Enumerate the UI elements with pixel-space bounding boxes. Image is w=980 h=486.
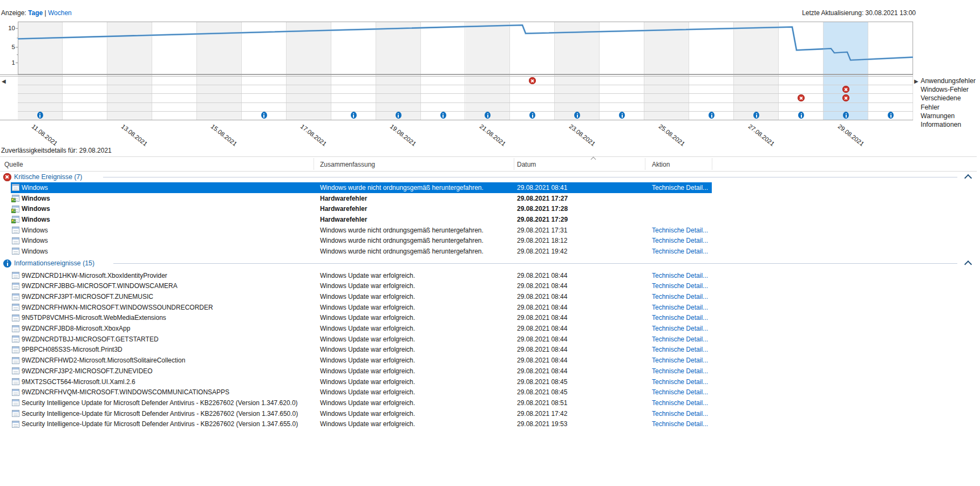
application-window-icon — [12, 227, 19, 234]
legend-row-label: Informationen — [921, 120, 980, 129]
critical-event-marker-icon[interactable] — [529, 77, 536, 84]
event-source: Windows — [22, 248, 48, 255]
technical-details-link[interactable]: Technische Detail... — [652, 346, 708, 353]
chart-row-legend: AnwendungsfehlerWindows-FehlerVerschiede… — [921, 77, 980, 129]
event-row[interactable]: 9MXT2SGCT564-Microsoft.UI.Xaml.2.6Window… — [0, 377, 977, 387]
event-row[interactable]: WindowsWindows wurde nicht ordnungsgemäß… — [0, 246, 977, 257]
technical-details-link[interactable]: Technische Detail... — [652, 378, 708, 386]
event-row[interactable]: Security Intelligence Update for Microso… — [0, 398, 977, 408]
technical-details-link[interactable]: Technische Detail... — [652, 248, 708, 255]
collapse-group-chevron-icon[interactable] — [964, 174, 972, 182]
critical-event-marker-icon[interactable] — [842, 94, 849, 101]
event-summary: Windows Update war erfolgreich. — [320, 314, 415, 321]
chart-grid-divider — [0, 74, 913, 75]
event-source: Windows — [22, 216, 50, 223]
column-header-datum[interactable]: Datum — [517, 161, 536, 168]
event-source: Windows — [22, 184, 48, 191]
event-row[interactable]: 9PBPCH085S3S-Microsoft.Print3DWindows Up… — [0, 345, 977, 355]
critical-event-marker-icon[interactable] — [842, 86, 849, 93]
event-row[interactable]: 9WZDNCRFHVQM-MICROSOFT.WINDOWSCOMMUNICAT… — [0, 387, 977, 398]
event-row[interactable]: 9WZDNCRFHWD2-Microsoft.MicrosoftSolitair… — [0, 355, 977, 366]
application-window-icon — [12, 248, 19, 255]
technical-details-link[interactable]: Technische Detail... — [652, 304, 708, 311]
event-summary: Windows wurde nicht ordnungsgemäß herunt… — [320, 248, 484, 255]
details-section-title: Zuverlässigkeitsdetails für: 29.08.2021 — [1, 147, 112, 154]
column-header-quelle[interactable]: Quelle — [4, 161, 23, 168]
application-window-icon — [12, 367, 19, 374]
technical-details-link[interactable]: Technische Detail... — [652, 325, 708, 332]
stability-chart — [18, 22, 913, 120]
view-days-link[interactable]: Tage — [28, 9, 43, 17]
technical-details-link[interactable]: Technische Detail... — [652, 367, 708, 375]
event-summary: Hardwarefehler — [320, 216, 367, 223]
event-date: 29.08.2021 08:51 — [517, 399, 567, 407]
hardware-overlay-badge — [11, 209, 16, 213]
application-window-icon — [12, 325, 19, 332]
technical-details-link[interactable]: Technische Detail... — [652, 272, 708, 279]
application-window-icon — [12, 293, 19, 300]
event-row[interactable]: 9WZDNCRFJ3PT-MICROSOFT.ZUNEMUSICWindows … — [0, 291, 977, 302]
grid-row-divider — [18, 111, 913, 112]
view-label: Anzeige: — [1, 9, 26, 17]
technical-details-link[interactable]: Technische Detail... — [652, 282, 708, 290]
event-row[interactable]: 9N5TDP8VCMHS-Microsoft.WebMediaExtension… — [0, 313, 977, 324]
scroll-right-arrow[interactable]: ▶ — [914, 79, 918, 84]
technical-details-link[interactable]: Technische Detail... — [652, 357, 708, 364]
technical-details-link[interactable]: Technische Detail... — [652, 314, 708, 321]
information-events-group-icon — [3, 259, 11, 268]
event-date: 29.08.2021 08:44 — [517, 346, 567, 353]
scroll-left-arrow[interactable]: ◀ — [2, 79, 6, 84]
details-table: Quelle Zusammenfassung Datum Aktion Krit… — [0, 156, 977, 429]
event-row[interactable]: WindowsHardwarefehler29.08.2021 17:27 — [0, 193, 977, 204]
event-summary: Windows Update war erfolgreich. — [320, 325, 415, 332]
technical-details-link[interactable]: Technische Detail... — [652, 184, 708, 191]
event-row[interactable]: Security Intelligence-Update für Microso… — [0, 408, 977, 419]
event-date: 29.08.2021 17:29 — [517, 216, 568, 223]
information-event-marker-icon[interactable] — [440, 112, 446, 119]
technical-details-link[interactable]: Technische Detail... — [652, 420, 708, 428]
group-header-row[interactable]: Informationsereignisse (15) — [0, 257, 977, 270]
event-row[interactable]: Security Intelligence-Update für Microso… — [0, 419, 977, 429]
group-header-label: Kritische Ereignisse (7) — [14, 173, 82, 181]
event-summary: Windows Update war erfolgreich. — [320, 282, 415, 290]
technical-details-link[interactable]: Technische Detail... — [652, 336, 708, 343]
application-window-icon — [12, 378, 19, 385]
event-summary: Windows Update war erfolgreich. — [320, 378, 415, 386]
legend-row-label: Verschiedene Fehler — [921, 94, 980, 111]
column-header-aktion[interactable]: Aktion — [652, 161, 670, 168]
event-row[interactable]: WindowsHardwarefehler29.08.2021 17:29 — [0, 214, 977, 225]
information-event-marker-icon[interactable] — [396, 112, 401, 119]
event-date: 29.08.2021 08:44 — [517, 325, 567, 332]
event-row[interactable]: WindowsWindows wurde nicht ordnungsgemäß… — [0, 235, 977, 246]
event-source: 9WZDNCRFJ3PT-MICROSOFT.ZUNEMUSIC — [22, 293, 153, 300]
technical-details-link[interactable]: Technische Detail... — [652, 293, 708, 300]
event-row[interactable]: 9WZDNCRFJBD8-Microsoft.XboxAppWindows Up… — [0, 323, 977, 334]
event-summary: Windows Update war erfolgreich. — [320, 388, 415, 396]
event-date: 29.08.2021 08:44 — [517, 357, 567, 364]
view-weeks-link[interactable]: Wochen — [48, 9, 72, 17]
technical-details-link[interactable]: Technische Detail... — [652, 410, 708, 417]
column-header-zusammenfassung[interactable]: Zusammenfassung — [320, 161, 375, 168]
event-source: 9PBPCH085S3S-Microsoft.Print3D — [22, 346, 122, 353]
event-summary: Windows Update war erfolgreich. — [320, 357, 415, 364]
event-row[interactable]: WindowsHardwarefehler29.08.2021 17:28 — [0, 203, 977, 214]
event-row[interactable]: 9WZDNCRDTBJJ-MICROSOFT.GETSTARTEDWindows… — [0, 334, 977, 345]
event-date: 29.08.2021 08:44 — [517, 293, 567, 300]
technical-details-link[interactable]: Technische Detail... — [652, 227, 708, 234]
event-source: 9WZDNCRFHWD2-Microsoft.MicrosoftSolitair… — [22, 357, 185, 364]
information-event-marker-icon[interactable] — [351, 112, 357, 119]
technical-details-link[interactable]: Technische Detail... — [652, 399, 708, 407]
technical-details-link[interactable]: Technische Detail... — [652, 388, 708, 396]
group-header-row[interactable]: Kritische Ereignisse (7) — [0, 172, 977, 182]
event-row[interactable]: 9WZDNCRFJBBG-MICROSOFT.WINDOWSCAMERAWind… — [0, 281, 977, 292]
event-row[interactable]: 9WZDNCRD1HKW-Microsoft.XboxIdentityProvi… — [0, 270, 977, 281]
event-row[interactable]: 9WZDNCRFHWKN-MICROSOFT.WINDOWSSOUNDRECOR… — [0, 302, 977, 313]
collapse-group-chevron-icon[interactable] — [964, 261, 972, 268]
event-row[interactable]: 9WZDNCRFJ3P2-MICROSOFT.ZUNEVIDEOWindows … — [0, 366, 977, 377]
event-row-selected[interactable]: WindowsWindows wurde nicht ordnungsgemäß… — [0, 182, 977, 193]
event-summary: Windows wurde nicht ordnungsgemäß herunt… — [320, 184, 484, 191]
information-event-marker-icon[interactable] — [261, 112, 267, 119]
event-row[interactable]: WindowsWindows wurde nicht ordnungsgemäß… — [0, 225, 977, 236]
date-axis-label: 25.08.2021 — [657, 123, 686, 147]
technical-details-link[interactable]: Technische Detail... — [652, 237, 708, 244]
